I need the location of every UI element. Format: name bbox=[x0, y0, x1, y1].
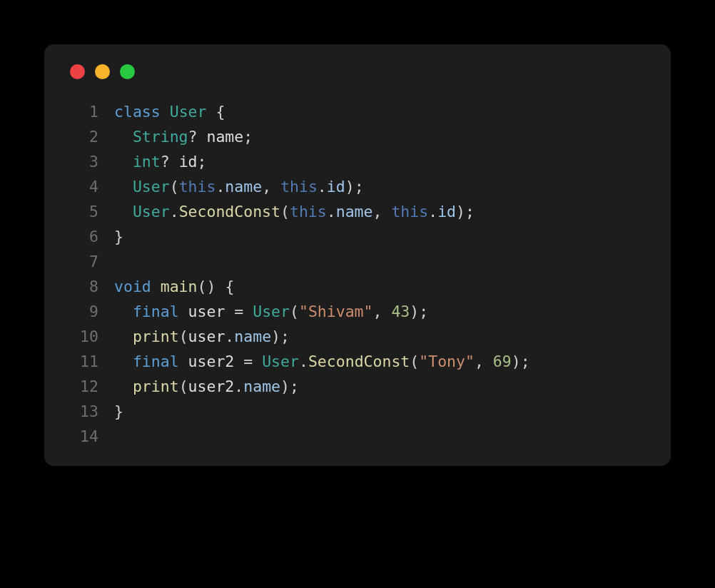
line-number: 1 bbox=[67, 99, 98, 124]
line-number: 2 bbox=[67, 124, 98, 149]
code-line: 11 final user2 = User.SecondConst("Tony"… bbox=[67, 349, 648, 374]
line-number: 9 bbox=[67, 299, 98, 324]
code-line: 9 final user = User("Shivam", 43); bbox=[67, 299, 648, 324]
line-number: 4 bbox=[67, 174, 98, 199]
code-window: 1class User {2 String? name;3 int? id;4 … bbox=[44, 44, 671, 466]
code-content: } bbox=[114, 399, 648, 424]
zoom-icon[interactable] bbox=[120, 64, 135, 79]
code-line: 1class User { bbox=[67, 99, 648, 124]
minimize-icon[interactable] bbox=[95, 64, 110, 79]
line-number: 10 bbox=[67, 324, 98, 349]
line-number: 6 bbox=[67, 224, 98, 249]
code-content: print(user2.name); bbox=[114, 374, 648, 399]
code-content: } bbox=[114, 224, 648, 249]
code-content: int? id; bbox=[114, 149, 648, 174]
line-number: 13 bbox=[67, 399, 98, 424]
line-number: 12 bbox=[67, 374, 98, 399]
code-line: 3 int? id; bbox=[67, 149, 648, 174]
code-content: final user = User("Shivam", 43); bbox=[114, 299, 648, 324]
line-number: 11 bbox=[67, 349, 98, 374]
code-content bbox=[114, 249, 648, 274]
line-number: 8 bbox=[67, 274, 98, 299]
code-content: print(user.name); bbox=[114, 324, 648, 349]
code-content: String? name; bbox=[114, 124, 648, 149]
traffic-lights bbox=[70, 64, 648, 79]
code-content: void main() { bbox=[114, 274, 648, 299]
code-line: 7 bbox=[67, 249, 648, 274]
code-content: final user2 = User.SecondConst("Tony", 6… bbox=[114, 349, 648, 374]
code-line: 10 print(user.name); bbox=[67, 324, 648, 349]
code-line: 13} bbox=[67, 399, 648, 424]
code-line: 5 User.SecondConst(this.name, this.id); bbox=[67, 199, 648, 224]
code-line: 14 bbox=[67, 424, 648, 449]
close-icon[interactable] bbox=[70, 64, 85, 79]
code-content: User(this.name, this.id); bbox=[114, 174, 648, 199]
code-line: 8void main() { bbox=[67, 274, 648, 299]
line-number: 5 bbox=[67, 199, 98, 224]
line-number: 3 bbox=[67, 149, 98, 174]
code-editor: 1class User {2 String? name;3 int? id;4 … bbox=[67, 99, 648, 449]
code-content: class User { bbox=[114, 99, 648, 124]
code-content: User.SecondConst(this.name, this.id); bbox=[114, 199, 648, 224]
code-line: 6} bbox=[67, 224, 648, 249]
code-line: 4 User(this.name, this.id); bbox=[67, 174, 648, 199]
code-line: 2 String? name; bbox=[67, 124, 648, 149]
code-line: 12 print(user2.name); bbox=[67, 374, 648, 399]
line-number: 14 bbox=[67, 424, 98, 449]
line-number: 7 bbox=[67, 249, 98, 274]
code-content bbox=[114, 424, 648, 449]
